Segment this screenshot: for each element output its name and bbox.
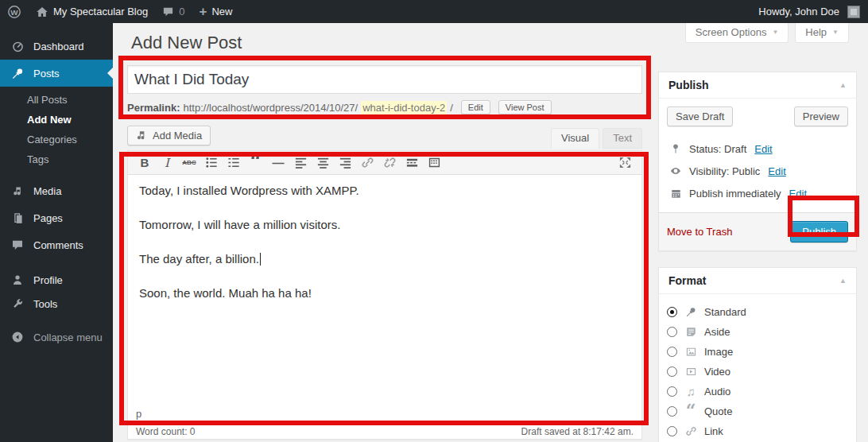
sidebar-item-tools[interactable]: Tools: [0, 292, 113, 316]
horizontal-rule-button[interactable]: —: [268, 153, 289, 173]
sidebar-item-dashboard[interactable]: Dashboard: [0, 33, 113, 60]
save-draft-button[interactable]: Save Draft: [667, 107, 733, 126]
sidebar-item-tags[interactable]: Tags: [0, 149, 113, 169]
format-option-quote[interactable]: “ Quote: [667, 401, 848, 421]
format-label: Link: [704, 425, 723, 437]
align-left-button[interactable]: [290, 153, 311, 173]
radio-audio[interactable]: [667, 386, 677, 397]
bold-button[interactable]: B: [134, 153, 155, 173]
editor-status-bar: Word count: 0 Draft saved at 8:17:42 am.: [127, 423, 642, 440]
blockquote-button[interactable]: “: [246, 153, 266, 173]
radio-standard[interactable]: [667, 307, 677, 317]
tab-visual[interactable]: Visual: [551, 128, 599, 149]
format-option-aside[interactable]: Aside: [667, 322, 848, 342]
comment-bubble-icon: [162, 6, 174, 17]
format-video-icon: [684, 366, 698, 378]
tab-text[interactable]: Text: [603, 128, 642, 149]
sidebar-label: Media: [33, 185, 61, 197]
format-option-standard[interactable]: Standard: [667, 302, 848, 322]
format-option-image[interactable]: Image: [667, 342, 848, 362]
user-avatar[interactable]: [847, 6, 860, 18]
view-post-button[interactable]: View Post: [498, 100, 552, 114]
format-box-header[interactable]: Format ▲: [659, 268, 856, 294]
visibility-text: Visibility: Public: [689, 165, 760, 177]
radio-aside[interactable]: [667, 327, 677, 337]
format-box-title: Format: [668, 274, 706, 287]
sidebar-item-profile[interactable]: Profile: [0, 268, 113, 292]
sidebar-label: Collapse menu: [33, 332, 103, 343]
text-cursor: [260, 253, 261, 266]
site-name-link[interactable]: My Spectacular Blog: [29, 0, 155, 23]
insert-link-button[interactable]: [357, 153, 378, 173]
edit-status-link[interactable]: Edit: [754, 143, 772, 155]
visibility-eye-icon: [668, 165, 683, 177]
collapse-toggle-icon[interactable]: ▲: [839, 81, 847, 89]
editor-paragraph: Tomorrow, I will have a million visitors…: [139, 219, 630, 231]
format-standard-pin-icon: [684, 306, 698, 318]
add-media-label: Add Media: [153, 130, 202, 142]
publish-button[interactable]: Publish: [790, 221, 848, 242]
add-media-button[interactable]: Add Media: [127, 126, 211, 145]
permalink-base-url: http://localhost/wordpress/2014/10/27/: [183, 102, 358, 114]
toolbar-toggle-button[interactable]: [424, 153, 444, 173]
editor-paragraph: Soon, the world. Muah ha ha ha!: [139, 287, 630, 300]
edit-permalink-button[interactable]: Edit: [461, 100, 490, 114]
permalink-slug[interactable]: what-i-did-today-2: [361, 101, 447, 114]
align-right-button[interactable]: [335, 153, 355, 173]
sidebar-label: Comments: [33, 239, 83, 251]
radio-image[interactable]: [667, 347, 677, 357]
publish-box-title: Publish: [668, 79, 709, 91]
preview-button[interactable]: Preview: [794, 107, 848, 126]
svg-text:W: W: [10, 7, 18, 16]
editor-content[interactable]: Today, I installed Wordpress with XAMPP.…: [128, 175, 641, 405]
format-label: Image: [704, 346, 733, 358]
radio-quote[interactable]: [667, 406, 677, 417]
sidebar-item-add-new[interactable]: Add New: [0, 110, 113, 130]
post-title-input[interactable]: [127, 65, 642, 94]
sidebar-item-media[interactable]: Media: [0, 177, 113, 204]
sidebar-item-posts[interactable]: Posts: [0, 60, 113, 87]
distraction-free-button[interactable]: [614, 153, 635, 173]
radio-link[interactable]: [667, 426, 677, 436]
publish-actions: Move to Trash Publish: [659, 212, 856, 250]
remove-link-button[interactable]: [379, 153, 400, 173]
format-option-link[interactable]: Link: [667, 421, 848, 441]
comments-bubble[interactable]: 0: [155, 0, 192, 23]
format-quote-icon: “: [684, 407, 698, 417]
numbered-list-button[interactable]: [223, 153, 244, 173]
help-tab[interactable]: Help ▼: [795, 23, 849, 43]
strikethrough-button[interactable]: ABC: [179, 153, 200, 173]
howdy-account-menu[interactable]: Howdy, John Doe: [751, 0, 841, 23]
move-to-trash-link[interactable]: Move to Trash: [667, 226, 732, 238]
permalink-trailing-slash: /: [450, 102, 453, 114]
format-box: Format ▲ Standard Aside: [658, 267, 857, 442]
sidebar-item-comments[interactable]: Comments: [0, 231, 113, 258]
wordpress-admin-screen: W My Spectacular Blog 0 + New Howdy, Joh…: [0, 0, 868, 442]
read-more-tag-button[interactable]: [401, 153, 422, 173]
align-center-button[interactable]: [312, 153, 333, 173]
screen-options-tab[interactable]: Screen Options ▼: [685, 23, 789, 43]
sidebar-label: Tools: [33, 298, 57, 310]
wordpress-logo-menu[interactable]: W: [0, 0, 29, 23]
dashboard-gauge-icon: [10, 40, 25, 53]
edit-visibility-link[interactable]: Edit: [768, 165, 785, 177]
format-audio-icon: ♫: [684, 386, 698, 397]
help-label: Help: [805, 26, 827, 38]
publish-box-header[interactable]: Publish ▲: [659, 72, 856, 99]
pushpin-icon: [10, 67, 25, 80]
sidebar-item-all-posts[interactable]: All Posts: [0, 90, 113, 110]
edit-schedule-link[interactable]: Edit: [789, 188, 807, 200]
italic-button[interactable]: I: [157, 153, 177, 173]
collapse-toggle-icon[interactable]: ▲: [839, 277, 847, 285]
new-content-menu[interactable]: + New: [192, 0, 239, 23]
sidebar-item-pages[interactable]: Pages: [0, 204, 113, 231]
bullet-list-button[interactable]: [201, 153, 222, 173]
sidebar-item-collapse-menu[interactable]: Collapse menu: [0, 325, 113, 349]
tools-wrench-icon: [10, 297, 25, 310]
editor-element-path[interactable]: p: [128, 405, 641, 422]
format-option-video[interactable]: Video: [667, 362, 848, 382]
status-text: Status: Draft: [689, 143, 746, 155]
sidebar-item-categories[interactable]: Categories: [0, 130, 113, 149]
format-option-audio[interactable]: ♫ Audio: [667, 382, 848, 401]
radio-video[interactable]: [667, 366, 677, 377]
